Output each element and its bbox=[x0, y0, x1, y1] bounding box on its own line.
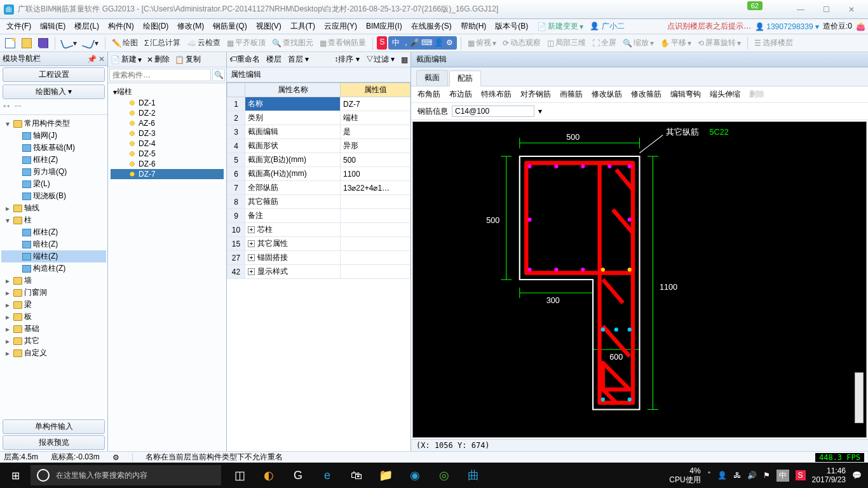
component-item[interactable]: DZ-2 bbox=[111, 108, 224, 118]
property-row[interactable]: 8其它箍筋 bbox=[227, 195, 410, 209]
tree-node[interactable]: ▾常用构件类型 bbox=[1, 118, 106, 130]
top-view-button[interactable]: ▦ 俯视 ▾ bbox=[465, 36, 499, 50]
align-bar-button[interactable]: 对齐钢筋 bbox=[520, 89, 551, 100]
rotate-button[interactable]: ⟲ 屏幕旋转 ▾ bbox=[695, 36, 743, 50]
tab-rebar[interactable]: 配筋 bbox=[449, 71, 481, 86]
save-button[interactable] bbox=[36, 37, 51, 50]
menu-file[interactable]: 文件(F) bbox=[3, 20, 35, 33]
maximize-button[interactable]: ☐ bbox=[813, 5, 839, 14]
tray-user-icon[interactable]: 👤 bbox=[717, 471, 727, 480]
modify-long-button[interactable]: 修改纵筋 bbox=[592, 89, 622, 100]
menu-floor[interactable]: 楼层(L) bbox=[71, 20, 103, 33]
edge-bar-button[interactable]: 布边筋 bbox=[449, 89, 472, 100]
tree-node[interactable]: 剪力墙(Q) bbox=[1, 166, 106, 178]
tray-flag-icon[interactable]: ⚑ bbox=[763, 471, 770, 480]
account-link[interactable]: 👤 13907298339 ▾ bbox=[755, 22, 819, 31]
first-floor-dropdown[interactable]: 首层 ▾ bbox=[288, 54, 309, 65]
credit-icon[interactable]: 👛 bbox=[856, 22, 865, 31]
open-file-button[interactable] bbox=[19, 37, 34, 50]
redo-button[interactable]: ▾ bbox=[81, 37, 101, 50]
task-view-icon[interactable]: ◫ bbox=[226, 463, 253, 488]
menu-draw[interactable]: 绘图(D) bbox=[139, 20, 173, 33]
modify-stirrup-button[interactable]: 修改箍筋 bbox=[631, 89, 661, 100]
tree-node[interactable]: 框柱(Z) bbox=[1, 226, 106, 238]
search-button[interactable]: 🔍 bbox=[212, 69, 225, 81]
tree-node[interactable]: ▸其它 bbox=[1, 335, 106, 347]
cortana-search[interactable]: 在这里输入你要搜索的内容 bbox=[31, 465, 221, 485]
menu-tools[interactable]: 工具(T) bbox=[287, 20, 319, 33]
cpu-meter[interactable]: 4%CPU使用 bbox=[669, 466, 700, 485]
component-item[interactable]: DZ-5 bbox=[111, 149, 224, 159]
menu-help[interactable]: 帮助(H) bbox=[457, 20, 491, 33]
store-icon[interactable]: 🛍 bbox=[343, 463, 370, 488]
delete-component-button[interactable]: ✕删除 bbox=[147, 54, 170, 65]
property-row[interactable]: 1名称DZ-7 bbox=[227, 97, 410, 111]
floor-button[interactable]: 楼层 bbox=[266, 54, 281, 65]
close-button[interactable]: ✕ bbox=[839, 5, 864, 14]
tree-node[interactable]: ▸轴线 bbox=[1, 202, 106, 214]
undo-button[interactable]: ▾ bbox=[59, 37, 79, 50]
corner-bar-button[interactable]: 布角筋 bbox=[417, 89, 440, 100]
new-file-button[interactable] bbox=[3, 37, 18, 50]
ime-floating-bar[interactable]: S 中 ，🎤 ⌨ 👤 ⚙ bbox=[377, 36, 456, 50]
component-item[interactable]: ▾端柱 bbox=[111, 86, 224, 98]
sort-button[interactable]: ↕排序 ▾ bbox=[334, 54, 359, 65]
tree-node[interactable]: ▸基础 bbox=[1, 323, 106, 335]
rebar-info-input[interactable] bbox=[452, 105, 534, 117]
edge-icon[interactable]: e bbox=[314, 463, 341, 488]
tree-node[interactable]: 框柱(Z) bbox=[1, 154, 106, 166]
taskbar-app-2[interactable]: G bbox=[285, 463, 311, 488]
rename-button[interactable]: 🏷重命名 bbox=[229, 54, 260, 65]
menu-modify[interactable]: 修改(M) bbox=[173, 20, 208, 33]
property-row[interactable]: 7全部纵筋13⌀22+4⌀1… bbox=[227, 181, 410, 195]
pan-button[interactable]: ✋平移 ▾ bbox=[658, 36, 694, 50]
taskbar-app-3[interactable]: ◉ bbox=[402, 463, 428, 488]
tree-node[interactable]: 筏板基础(M) bbox=[1, 142, 106, 154]
tab-report-preview[interactable]: 报表预览 bbox=[3, 435, 105, 450]
end-extend-button[interactable]: 端头伸缩 bbox=[710, 89, 740, 100]
tree-node[interactable]: 轴网(J) bbox=[1, 130, 106, 142]
property-row[interactable]: 5截面宽(B边)(mm)500 bbox=[227, 153, 410, 167]
menu-version[interactable]: 版本号(B) bbox=[491, 20, 532, 33]
menu-cloud[interactable]: 云应用(Y) bbox=[320, 20, 361, 33]
new-component-button[interactable]: 📄新建 ▾ bbox=[111, 54, 142, 65]
copy-component-button[interactable]: 📋复制 bbox=[175, 54, 201, 65]
more-icon[interactable]: ▦ bbox=[401, 55, 408, 64]
tree-node[interactable]: ▸门窗洞 bbox=[1, 287, 106, 299]
user-avatar-icon[interactable]: 👤 广小二 bbox=[590, 21, 624, 32]
taskbar-app-1[interactable]: ◐ bbox=[255, 463, 282, 488]
expand-icon[interactable]: ⁺⁺ bbox=[3, 103, 10, 112]
tree-node[interactable]: ▸墙 bbox=[1, 274, 106, 287]
tree-node[interactable]: ▸板 bbox=[1, 311, 106, 323]
collapse-icon[interactable]: ⁻⁻ bbox=[14, 103, 22, 112]
clock[interactable]: 11:462017/9/23 bbox=[812, 466, 846, 485]
ime-indicator[interactable]: 中 bbox=[776, 470, 789, 482]
dynamic-view-button[interactable]: ⟳ 动态观察 bbox=[500, 36, 543, 50]
notification-center-icon[interactable]: 💬 bbox=[852, 471, 862, 480]
tree-node[interactable]: 暗柱(Z) bbox=[1, 238, 106, 250]
canvas-side-handle[interactable] bbox=[855, 372, 864, 423]
property-row[interactable]: 2类别端柱 bbox=[227, 111, 410, 125]
tray-up-icon[interactable]: ˄ bbox=[707, 471, 711, 480]
tree-node[interactable]: 构造柱(Z) bbox=[1, 262, 106, 274]
property-row[interactable]: 3截面编辑是 bbox=[227, 125, 410, 139]
tab-project-settings[interactable]: 工程设置 bbox=[3, 67, 105, 82]
menu-rebar[interactable]: 钢筋量(Q) bbox=[209, 20, 250, 33]
tree-node[interactable]: 现浇板(B) bbox=[1, 190, 106, 202]
component-item[interactable]: DZ-4 bbox=[111, 139, 224, 149]
sum-button[interactable]: Σ 汇总计算 bbox=[142, 36, 183, 50]
tray-network-icon[interactable]: 🖧 bbox=[733, 471, 741, 480]
view-rebar-button[interactable]: ▦ 查看钢筋量 bbox=[317, 36, 369, 50]
property-row[interactable]: 4截面形状异形 bbox=[227, 139, 410, 153]
tab-single-input[interactable]: 单构件输入 bbox=[3, 419, 105, 434]
component-item[interactable]: DZ-7 bbox=[111, 169, 224, 179]
filter-button[interactable]: ▽过滤 ▾ bbox=[366, 54, 395, 65]
tree-node[interactable]: 梁(L) bbox=[1, 178, 106, 190]
tree-node[interactable]: ▸梁 bbox=[1, 299, 106, 311]
menu-view[interactable]: 视图(V) bbox=[252, 20, 285, 33]
promo-text[interactable]: 点识别楼层表之后提示… bbox=[667, 21, 751, 32]
menu-edit[interactable]: 编辑(E) bbox=[36, 20, 69, 33]
zoom-button[interactable]: 🔍缩放 ▾ bbox=[620, 36, 656, 50]
tray-volume-icon[interactable]: 🔊 bbox=[747, 471, 757, 480]
find-button[interactable]: 🔍查找图元 bbox=[269, 36, 316, 50]
